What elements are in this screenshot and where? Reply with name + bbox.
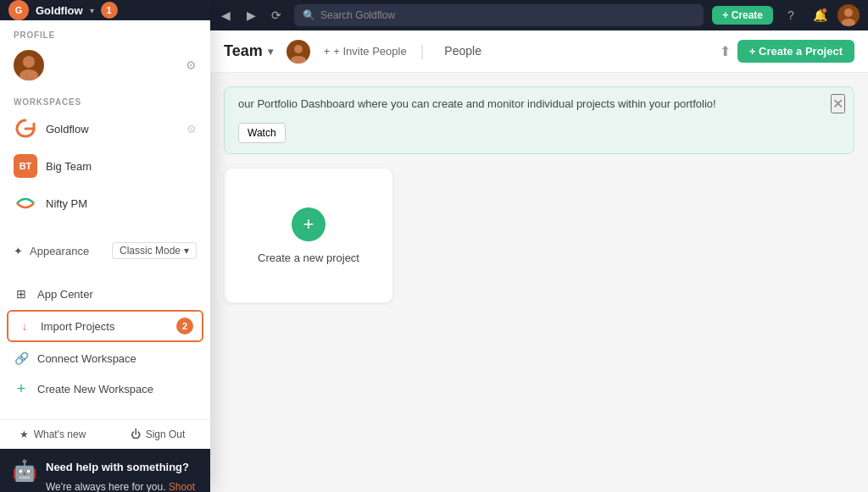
workspace-goldflow[interactable]: Goldflow ⚙ — [0, 110, 210, 147]
bigteam-logo: BT — [14, 154, 37, 178]
new-project-plus-icon: + — [292, 207, 326, 241]
appearance-gear-icon: ✦ — [14, 245, 23, 257]
niftypm-logo — [14, 191, 37, 215]
import-projects-label: Import Projects — [41, 320, 114, 333]
app-center-icon: ⊞ — [14, 287, 29, 301]
help-text: Need help with something? We're always h… — [46, 459, 198, 492]
svg-point-2 — [23, 56, 35, 68]
back-button[interactable]: ◀ — [214, 4, 236, 26]
bottom-menu: ★ What's new ⏻ Sign Out — [0, 419, 210, 449]
create-button[interactable]: + Create — [712, 6, 773, 25]
menu-import-projects[interactable]: ↓ Import Projects 2 — [7, 310, 203, 342]
help-robot-icon: 🤖 — [12, 459, 37, 483]
team-label-text: Team — [224, 42, 263, 60]
profile-avatar[interactable] — [14, 50, 44, 80]
svg-point-1 — [842, 19, 855, 26]
help-title: Need help with something? — [46, 459, 198, 476]
team-heading: Team ▾ — [224, 42, 273, 60]
invite-icon: + — [324, 45, 331, 58]
watch-button[interactable]: Watch — [238, 123, 286, 143]
app-center-label: App Center — [37, 288, 93, 301]
upload-icon[interactable]: ⬆ — [720, 43, 731, 59]
whats-new-label: What's new — [34, 428, 86, 440]
portfolio-banner: our Portfolio Dashboard where you can cr… — [224, 86, 854, 154]
help-box: 🤖 Need help with something? We're always… — [0, 449, 210, 492]
search-placeholder: Search Goldflow — [320, 9, 395, 21]
invite-people-button[interactable]: + + Invite People — [324, 45, 407, 58]
nav-right: ⬆ + Create a Project — [720, 40, 854, 63]
menu-app-center[interactable]: ⊞ App Center — [0, 279, 210, 308]
dropdown-header: G Goldflow ▾ 1 — [0, 0, 210, 20]
sign-out-button[interactable]: ⏻ Sign Out — [105, 420, 210, 449]
workspace-niftypm[interactable]: Nifty PM — [0, 185, 210, 222]
dropdown-chevron-icon: ▾ — [90, 6, 94, 15]
profile-section-label: PROFILE — [0, 20, 210, 43]
team-avatar — [287, 40, 310, 64]
goldflow-gear-icon[interactable]: ⚙ — [186, 123, 197, 135]
notification-button[interactable]: 🔔 — [809, 4, 831, 26]
forward-button[interactable]: ▶ — [240, 4, 262, 26]
sign-out-label: Sign Out — [146, 428, 186, 440]
help-text-before: We're always here for you. — [46, 481, 165, 493]
create-workspace-icon: + — [14, 380, 29, 398]
invite-label: + Invite People — [333, 45, 406, 58]
content-area: + Create a new project — [210, 168, 868, 492]
whats-new-icon: ★ — [19, 428, 29, 440]
main-area: Team ▾ + + Invite People | People ⬆ + Cr… — [210, 30, 868, 492]
svg-point-4 — [294, 45, 303, 53]
notification-dot — [821, 8, 827, 14]
topbar-right: + Create ? 🔔 — [704, 4, 868, 26]
dropdown-step1-badge: 1 — [101, 2, 118, 19]
dropdown-brand-name: Goldflow — [36, 4, 83, 17]
connect-workspace-icon: 🔗 — [14, 351, 29, 365]
create-workspace-label: Create New Workspace — [37, 383, 153, 395]
appearance-label: ✦ Appearance — [14, 245, 89, 257]
mode-select[interactable]: Classic Mode ▾ — [112, 242, 197, 259]
search-bar[interactable]: 🔍 Search Goldflow — [294, 4, 704, 26]
workspace-niftypm-name: Nifty PM — [46, 197, 87, 210]
connect-workspace-label: Connect Workspace — [37, 352, 136, 365]
tab-divider: | — [420, 42, 425, 60]
banner-close-button[interactable]: ✕ — [831, 94, 845, 113]
appearance-row: ✦ Appearance Classic Mode ▾ — [0, 235, 210, 266]
workspaces-section-label: WORKSPACES — [0, 87, 210, 110]
import-projects-icon: ↓ — [17, 319, 32, 333]
menu-connect-workspace[interactable]: 🔗 Connect Workspace — [0, 344, 210, 373]
whats-new-button[interactable]: ★ What's new — [0, 420, 105, 449]
create-label: + Create — [722, 9, 763, 21]
svg-point-3 — [19, 69, 38, 80]
user-avatar[interactable] — [837, 4, 860, 26]
menu-create-workspace[interactable]: + Create New Workspace — [0, 373, 210, 406]
nav-buttons: ◀ ▶ ⟳ — [208, 4, 294, 26]
sign-out-icon: ⏻ — [131, 428, 141, 440]
banner-text: our Portfolio Dashboard where you can cr… — [238, 97, 716, 110]
help-button[interactable]: ? — [780, 4, 802, 26]
dropdown-brand-avatar: G — [8, 0, 29, 20]
profile-gear-icon[interactable]: ⚙ — [186, 58, 197, 72]
new-project-card[interactable]: + Create a new project — [224, 168, 393, 303]
people-tab[interactable]: People — [437, 41, 488, 63]
new-project-label: Create a new project — [258, 252, 359, 264]
history-button[interactable]: ⟳ — [265, 4, 287, 26]
mode-chevron-icon: ▾ — [184, 245, 189, 257]
workspace-bigteam-name: Big Team — [46, 160, 92, 173]
mode-label: Classic Mode — [120, 245, 181, 257]
create-project-button[interactable]: + Create a Project — [737, 40, 854, 63]
svg-point-5 — [291, 56, 306, 64]
workspace-bigteam[interactable]: BT Big Team — [0, 147, 210, 185]
dropdown-panel: G Goldflow ▾ 1 PROFILE ⚙ WORKSPACES Gold… — [0, 0, 210, 492]
team-chevron-icon: ▾ — [268, 46, 273, 58]
appearance-text: Appearance — [30, 245, 89, 257]
step2-badge: 2 — [176, 318, 193, 334]
profile-row: ⚙ — [0, 43, 210, 87]
workspace-goldflow-name: Goldflow — [46, 123, 89, 135]
search-icon: 🔍 — [303, 9, 315, 21]
goldflow-logo — [14, 117, 37, 141]
secondary-nav: Team ▾ + + Invite People | People ⬆ + Cr… — [210, 30, 868, 73]
svg-point-0 — [844, 8, 853, 17]
